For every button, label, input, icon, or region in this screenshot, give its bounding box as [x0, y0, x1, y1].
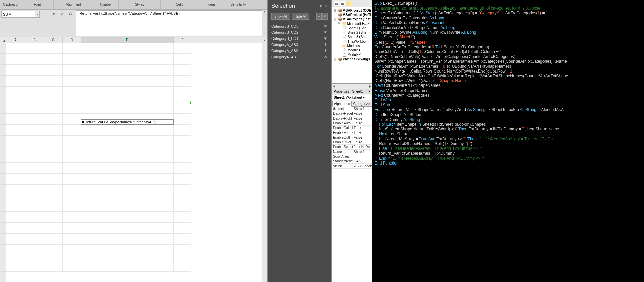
cell[interactable] — [6, 92, 25, 97]
cell[interactable] — [81, 54, 174, 59]
row-header[interactable] — [0, 152, 6, 157]
cell[interactable] — [25, 87, 44, 92]
property-row[interactable]: EnableSelectic0 - xlNoRest — [332, 145, 372, 150]
row-header[interactable] — [0, 65, 6, 70]
property-value[interactable]: 8.43 — [353, 159, 372, 163]
cell[interactable] — [63, 266, 81, 272]
toggle-folders-icon[interactable]: 📁 — [346, 1, 351, 6]
cell[interactable] — [25, 103, 44, 108]
cell[interactable] — [25, 217, 44, 223]
cell[interactable] — [44, 119, 63, 125]
row-header[interactable] — [0, 97, 6, 103]
cell[interactable] — [81, 136, 174, 141]
tree-hscroll[interactable]: ◀▶ — [332, 84, 372, 89]
cell[interactable] — [174, 125, 191, 130]
row-header[interactable] — [0, 136, 6, 141]
cell[interactable] — [174, 108, 191, 114]
row-header[interactable] — [0, 195, 6, 201]
cell[interactable] — [81, 174, 174, 179]
cell[interactable] — [6, 125, 25, 130]
cell[interactable] — [63, 119, 81, 125]
row-header[interactable] — [0, 185, 6, 190]
row-header[interactable] — [0, 54, 6, 59]
cell[interactable] — [25, 152, 44, 157]
row-header[interactable] — [0, 250, 6, 255]
cell[interactable] — [81, 261, 174, 266]
grid[interactable]: A B C D E F =Return_VarTxtShapeNames("Ca… — [6, 37, 262, 282]
row-header[interactable] — [0, 168, 6, 174]
scroll-up-icon[interactable]: ▲ — [262, 37, 267, 42]
cell[interactable] — [174, 146, 191, 152]
cell[interactable] — [174, 87, 191, 92]
cell[interactable] — [25, 174, 44, 179]
cell[interactable] — [44, 250, 63, 255]
property-value[interactable] — [353, 154, 372, 159]
cell[interactable] — [44, 43, 63, 48]
cell[interactable] — [81, 65, 174, 70]
cell[interactable] — [25, 190, 44, 195]
cell[interactable] — [81, 92, 174, 97]
cell[interactable] — [174, 223, 191, 228]
cell[interactable] — [63, 43, 81, 48]
formula-input[interactable]: =Return_VarTxtShapeNames("CategoryA_","S… — [76, 10, 262, 36]
visibility-toggle-icon[interactable]: 👁 — [324, 36, 328, 41]
visibility-toggle-icon[interactable]: 👁 — [324, 54, 328, 59]
row-header[interactable] — [0, 87, 6, 92]
cell[interactable] — [174, 43, 191, 48]
property-row[interactable]: DisplayRightTFalse — [332, 116, 372, 121]
cell[interactable] — [25, 48, 44, 54]
ribbon-group-ideas[interactable]: Ideas — [198, 0, 225, 9]
cell[interactable] — [81, 141, 174, 146]
project-node[interactable]: xlwings (xlwings. — [343, 57, 371, 61]
property-row[interactable]: EnablePivotTaFalse — [332, 140, 372, 145]
cell[interactable] — [174, 266, 191, 272]
ribbon-group-clipboard[interactable]: Clipboard — [0, 0, 21, 9]
property-row[interactable]: Visible-1 - xlSheetV — [332, 164, 372, 169]
cell[interactable] — [174, 59, 191, 65]
row-header[interactable] — [0, 228, 6, 234]
cell[interactable] — [6, 195, 25, 201]
properties-object-combo[interactable]: Sheet1 Worksheet ▾ — [333, 95, 371, 100]
cell[interactable] — [63, 217, 81, 223]
cell[interactable] — [6, 114, 25, 119]
row-header[interactable] — [0, 255, 6, 261]
ribbon-group-font[interactable]: Font — [21, 0, 54, 9]
project-node[interactable]: VBAProject (HsTI — [343, 13, 371, 17]
cell[interactable] — [81, 48, 174, 54]
view-object-icon[interactable]: ▦ — [340, 1, 345, 6]
cell[interactable] — [63, 168, 81, 174]
hide-all-button[interactable]: Hide All — [292, 13, 309, 20]
cell[interactable] — [6, 87, 25, 92]
cell[interactable] — [44, 190, 63, 195]
cell[interactable] — [174, 130, 191, 136]
cell[interactable] — [25, 163, 44, 168]
cell[interactable] — [44, 206, 63, 212]
cell[interactable] — [25, 76, 44, 81]
row-header[interactable] — [0, 266, 6, 272]
cell[interactable] — [25, 228, 44, 234]
cell[interactable] — [174, 250, 191, 255]
col-header-d[interactable]: D — [63, 37, 81, 43]
visibility-toggle-icon[interactable]: 👁 — [324, 30, 328, 35]
cell[interactable] — [25, 157, 44, 163]
cell[interactable] — [81, 125, 174, 130]
cell[interactable] — [81, 70, 174, 76]
cell[interactable] — [81, 114, 174, 119]
name-box[interactable] — [1, 11, 35, 18]
cell[interactable] — [44, 239, 63, 245]
cell[interactable] — [25, 261, 44, 266]
cell[interactable] — [25, 245, 44, 250]
cell[interactable] — [25, 201, 44, 206]
cell[interactable] — [63, 239, 81, 245]
row-header[interactable] — [0, 70, 6, 76]
cell[interactable] — [6, 163, 25, 168]
row-header[interactable] — [0, 179, 6, 185]
cell[interactable] — [25, 206, 44, 212]
cell[interactable] — [44, 179, 63, 185]
cell[interactable] — [63, 195, 81, 201]
cell[interactable] — [63, 228, 81, 234]
cell[interactable] — [63, 157, 81, 163]
col-header-b[interactable]: B — [25, 37, 44, 43]
cell[interactable] — [63, 103, 81, 108]
cell[interactable] — [63, 125, 81, 130]
